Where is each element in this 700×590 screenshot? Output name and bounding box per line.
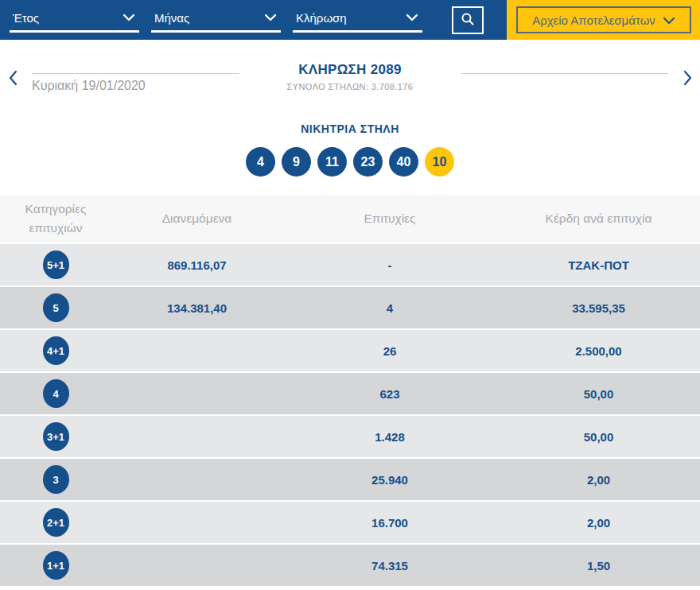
- search-button[interactable]: [452, 6, 484, 34]
- bonus-number-ball: 10: [425, 147, 454, 177]
- chevron-down-icon: [265, 10, 276, 25]
- table-row: 4+1 26 2.500,00: [0, 330, 700, 371]
- prize-cell: 50,00: [497, 387, 700, 401]
- next-draw-area[interactable]: [449, 60, 679, 103]
- prize-cell: 2,00: [497, 473, 700, 487]
- winning-number-ball: 23: [353, 147, 383, 177]
- draw-header: ΚΛΗΡΩΣΗ 2089 ΣΥΝΟΛΟ ΣΤΗΛΩΝ: 3.708.176: [251, 60, 449, 103]
- category-badge: 5: [43, 293, 69, 322]
- winning-number-ball: 40: [389, 147, 418, 177]
- month-dropdown[interactable]: Μήνας: [151, 6, 281, 33]
- category-badge: 2+1: [43, 508, 69, 537]
- table-row: 5 134.381,40 4 33.595,35: [0, 287, 700, 328]
- category-cell: 4+1: [0, 336, 111, 365]
- topbar-filters: Έτος Μήνας Κλήρωση: [0, 0, 507, 40]
- prize-cell: 33.595,35: [497, 301, 700, 315]
- winners-cell: 16.700: [282, 516, 497, 530]
- winners-cell: 25.940: [282, 473, 497, 487]
- col-header-winners: Επιτυχίες: [282, 209, 497, 228]
- winners-cell: 74.315: [282, 559, 497, 573]
- table-row: 3+1 1.428 50,00: [0, 416, 700, 457]
- divider-line: [461, 73, 668, 74]
- table-row: 2+1 16.700 2,00: [0, 502, 700, 543]
- winners-cell: 4: [282, 301, 497, 315]
- topbar: Έτος Μήνας Κλήρωση Αρχείο Αποτελεσμάτων: [0, 0, 700, 40]
- prev-draw-chevron-icon[interactable]: [5, 60, 21, 103]
- draw-dropdown[interactable]: Κλήρωση: [293, 6, 422, 33]
- table-row: 3 25.940 2,00: [0, 459, 700, 500]
- col-header-categories: Κατηγορίες επιτυχιών: [0, 200, 111, 238]
- category-cell: 5: [0, 293, 111, 322]
- prize-cell: ΤΖΑΚ-ΠΟΤ: [497, 258, 700, 272]
- category-badge: 3: [43, 465, 69, 494]
- chevron-down-icon: [123, 10, 134, 25]
- category-badge: 5+1: [43, 250, 69, 279]
- draw-total-columns: ΣΥΝΟΛΟ ΣΤΗΛΩΝ: 3.708.176: [251, 82, 449, 91]
- winning-number-ball: 11: [317, 147, 347, 177]
- category-cell: 1+1: [0, 551, 111, 580]
- draw-title: ΚΛΗΡΩΣΗ 2089: [251, 62, 449, 78]
- next-draw-chevron-icon[interactable]: [679, 60, 695, 103]
- prev-draw-area[interactable]: Κυριακή 19/01/2020: [21, 60, 251, 103]
- winning-column-section: ΝΙΚΗΤΡΙΑ ΣΤΗΛΗ 4911234010: [0, 103, 700, 177]
- category-cell: 3: [0, 465, 111, 494]
- archive-results-label: Αρχείο Αποτελεσμάτων: [532, 14, 655, 27]
- divider-line: [32, 73, 239, 74]
- winners-cell: 623: [282, 387, 497, 401]
- draw-navigation: Κυριακή 19/01/2020 ΚΛΗΡΩΣΗ 2089 ΣΥΝΟΛΟ Σ…: [0, 40, 700, 103]
- archive-section: Αρχείο Αποτελεσμάτων: [507, 0, 700, 40]
- chevron-down-icon: [406, 10, 418, 25]
- draw-date: Κυριακή 19/01/2020: [32, 79, 239, 93]
- prize-cell: 1,50: [497, 559, 700, 573]
- category-cell: 4: [0, 379, 111, 408]
- table-row: 4 623 50,00: [0, 373, 700, 414]
- archive-results-button[interactable]: Αρχείο Αποτελεσμάτων: [516, 6, 691, 33]
- table-header-row: Κατηγορίες επιτυχιών Διανεμόμενα Επιτυχί…: [0, 195, 700, 243]
- draw-dropdown-label: Κλήρωση: [296, 11, 347, 25]
- category-badge: 1+1: [43, 551, 69, 580]
- month-dropdown-label: Μήνας: [154, 11, 189, 25]
- col-header-distributed: Διανεμόμενα: [111, 209, 282, 228]
- category-badge: 4: [43, 379, 69, 408]
- table-row: 5+1 869.116,07 - ΤΖΑΚ-ΠΟΤ: [0, 244, 700, 285]
- winning-numbers: 4911234010: [0, 147, 700, 177]
- col-header-prize: Κέρδη ανά επιτυχία: [497, 209, 700, 228]
- winners-cell: 1.428: [282, 430, 497, 444]
- distributed-cell: 869.116,07: [111, 258, 282, 272]
- winning-column-title: ΝΙΚΗΤΡΙΑ ΣΤΗΛΗ: [0, 122, 700, 135]
- search-icon: [461, 12, 475, 29]
- category-cell: 5+1: [0, 250, 111, 279]
- winning-number-ball: 4: [246, 147, 275, 177]
- category-cell: 3+1: [0, 422, 111, 451]
- distributed-cell: 134.381,40: [111, 301, 282, 315]
- chevron-down-icon: [663, 14, 675, 27]
- prize-cell: 2.500,00: [497, 344, 700, 358]
- category-badge: 3+1: [43, 422, 69, 451]
- winners-cell: 26: [282, 344, 497, 358]
- winners-cell: -: [282, 258, 497, 272]
- category-badge: 4+1: [43, 336, 69, 365]
- category-cell: 2+1: [0, 508, 111, 537]
- table-row: 1+1 74.315 1,50: [0, 545, 700, 586]
- winning-number-ball: 9: [282, 147, 311, 177]
- prize-cell: 2,00: [497, 516, 700, 530]
- results-table: Κατηγορίες επιτυχιών Διανεμόμενα Επιτυχί…: [0, 195, 700, 586]
- year-dropdown-label: Έτος: [13, 11, 39, 25]
- table-body: 5+1 869.116,07 - ΤΖΑΚ-ΠΟΤ 5 134.381,40 4…: [0, 244, 700, 586]
- prize-cell: 50,00: [497, 430, 700, 444]
- year-dropdown[interactable]: Έτος: [10, 6, 139, 33]
